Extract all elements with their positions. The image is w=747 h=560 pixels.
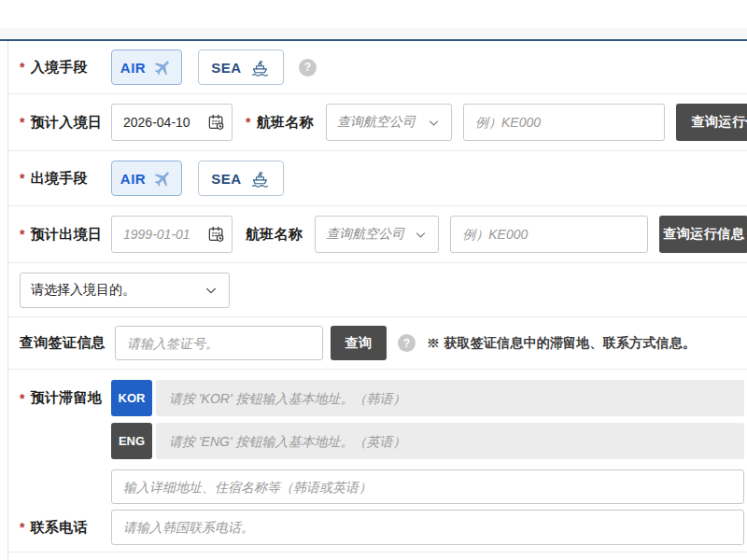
stay-kor-row: * 预计滞留地 KOR — [20, 380, 747, 416]
required-mark: * — [20, 115, 25, 130]
entry-sea-button[interactable]: SEA — [198, 49, 284, 85]
exit-date-row: * 预计出境日 航班名称 — [8, 206, 747, 263]
entry-date-row: * 预计入境日 * 航班名称 — [8, 94, 747, 151]
detail-address-input[interactable] — [111, 469, 744, 504]
header-bottom-band — [0, 28, 747, 39]
entry-info-form: * 入境手段 AIR SEA — [7, 41, 747, 560]
visa-lookup-label: 查询签证信息 — [20, 334, 115, 352]
entry-date-label: * 预计入境日 — [20, 114, 111, 132]
visa-help-icon[interactable]: ? — [398, 334, 416, 352]
entry-airline-select[interactable]: 查询航空公司 — [326, 104, 452, 141]
kor-address-button[interactable]: KOR — [111, 380, 152, 416]
exit-method-label: * 出境手段 — [20, 170, 111, 188]
top-whitespace — [0, 0, 747, 28]
entry-method-row: * 入境手段 AIR SEA — [8, 41, 747, 94]
ship-icon — [249, 169, 271, 189]
exit-flight-number-input[interactable] — [450, 216, 648, 253]
visa-number-input[interactable] — [115, 326, 323, 360]
chevron-down-icon — [204, 283, 218, 298]
entry-air-button[interactable]: AIR — [111, 49, 182, 85]
entry-purpose-select[interactable]: 请选择入境目的。 — [20, 273, 230, 308]
stay-eng-row: ENG — [20, 423, 747, 459]
visa-note-text: ※ 获取签证信息中的滞留地、联系方式信息。 — [427, 335, 696, 352]
exit-date-label: * 预计出境日 — [20, 226, 111, 244]
stay-detail-row — [20, 469, 747, 504]
chevron-down-icon — [427, 116, 441, 130]
eng-address-input[interactable] — [156, 423, 744, 459]
entry-method-label: * 入境手段 — [20, 59, 111, 77]
arrival-form-page: * 入境手段 AIR SEA — [0, 0, 747, 560]
entry-method-help-icon[interactable]: ? — [299, 59, 317, 77]
exit-air-button[interactable]: AIR — [111, 161, 182, 196]
required-mark: * — [246, 115, 251, 130]
exit-sea-button[interactable]: SEA — [198, 161, 284, 196]
exit-date-input[interactable] — [111, 216, 233, 253]
entry-flight-search-button[interactable]: 查询运行信息 — [676, 104, 747, 141]
stay-address-block: * 预计滞留地 KOR ENG * 联系电话 — [8, 370, 747, 553]
entry-date-field — [111, 104, 233, 141]
airplane-icon — [153, 169, 173, 189]
exit-flight-label: 航班名称 — [246, 226, 303, 244]
required-mark: * — [20, 391, 25, 406]
kor-address-input[interactable] — [156, 380, 744, 416]
required-mark: * — [20, 227, 25, 242]
airplane-icon — [153, 58, 173, 77]
required-mark: * — [20, 171, 25, 186]
entry-purpose-row: 请选择入境目的。 — [8, 263, 747, 317]
exit-method-row: * 出境手段 AIR SEA — [8, 151, 747, 206]
contact-phone-row: * 联系电话 — [20, 510, 747, 545]
contact-phone-input[interactable] — [111, 510, 744, 545]
exit-date-field — [111, 216, 233, 253]
stay-address-label: * 预计滞留地 — [20, 389, 111, 407]
eng-address-button[interactable]: ENG — [111, 423, 152, 459]
entry-flight-number-input[interactable] — [463, 104, 665, 141]
exit-flight-search-button[interactable]: 查询运行信息 — [659, 216, 747, 253]
entry-flight-label: * 航班名称 — [246, 114, 314, 132]
ship-icon — [249, 58, 271, 77]
chevron-down-icon — [414, 228, 428, 242]
required-mark: * — [20, 520, 25, 535]
visa-lookup-row: 查询签证信息 查询 ? ※ 获取签证信息中的滞留地、联系方式信息。 — [8, 317, 747, 370]
contact-phone-label: * 联系电话 — [20, 519, 111, 537]
visa-search-button[interactable]: 查询 — [331, 326, 387, 360]
exit-airline-select[interactable]: 查询航空公司 — [315, 216, 439, 253]
required-mark: * — [20, 60, 25, 75]
entry-date-input[interactable] — [111, 104, 233, 141]
